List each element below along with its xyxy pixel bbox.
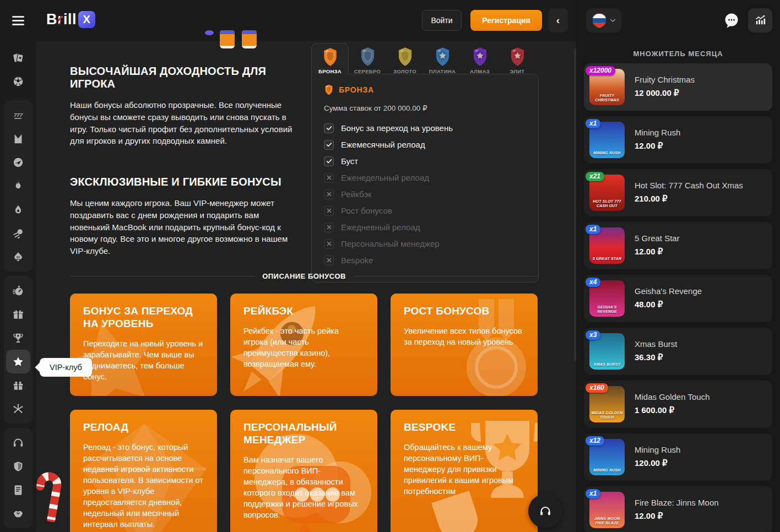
sidebar-item-casino[interactable] [6, 46, 30, 69]
bronze-badge-icon [321, 47, 339, 67]
page: Brill X Войти Регистрация ‹ ВЫСОЧАЙШАЯ Д… [0, 0, 780, 532]
sidebar-item-gifts[interactable] [6, 373, 30, 397]
game-name: Fruity Christmas [635, 75, 695, 84]
aside-title: МНОЖИТЕЛЬ МЕСЯЦА [576, 50, 780, 58]
checkbox-checked[interactable] [324, 140, 334, 150]
chat-bubble-icon[interactable] [723, 12, 740, 29]
tier-tab-platinum[interactable]: ПЛАТИНА [424, 43, 461, 74]
game-row[interactable]: x12000 FRUITY CHRISTMAS Fruity Christmas… [584, 63, 772, 111]
comet-icon [12, 227, 24, 240]
tier-tab-diamond[interactable]: АЛМАЗ [461, 43, 499, 74]
game-row[interactable]: x1 5 GREAT STAR 5 Great Star 12.00 ₽ [584, 222, 772, 269]
game-row[interactable]: x12 MINING RUSH Mining Rush 120.00 ₽ [584, 433, 772, 481]
cross-icon [326, 174, 333, 181]
login-button[interactable]: Войти [422, 10, 462, 31]
cross-icon [326, 257, 333, 264]
sidebar-item-live-casino[interactable] [6, 127, 30, 150]
sidebar-item-documents[interactable] [6, 478, 30, 502]
sidebar-item-partners[interactable] [6, 502, 30, 525]
brand-logo[interactable]: Brill X [46, 11, 95, 28]
checkbox-checked[interactable] [324, 123, 334, 133]
tier-requirement: Сумма ставок от 200 000.00 ₽ [324, 104, 526, 112]
checkbox-crossed[interactable] [324, 189, 334, 199]
sidebar-item-slots[interactable] [6, 103, 30, 127]
sidebar-item-bonuses[interactable] [6, 302, 30, 326]
game-amount: 12.00 ₽ [635, 247, 680, 257]
game-row[interactable]: x4 GEISHA'S REVENGE Geisha's Revenge 48.… [584, 275, 772, 322]
sidebar-item-other-games[interactable] [6, 397, 30, 421]
cross-icon [326, 191, 333, 198]
game-amount: 48.00 ₽ [635, 300, 702, 310]
game-amount: 210.00 ₽ [635, 194, 743, 204]
register-button[interactable]: Регистрация [470, 10, 542, 31]
gift-icon [12, 308, 24, 321]
game-row[interactable]: x1 JINNS MOON FIRE BLAZE Fire Blaze: Jin… [584, 486, 772, 532]
game-row[interactable]: x3 XMAS BURST Xmas Burst 36.30 ₽ [584, 328, 772, 375]
game-amount: 12.00 ₽ [635, 141, 680, 151]
sidebar-item-vip-club[interactable] [6, 350, 30, 373]
checkbox-crossed[interactable] [324, 173, 334, 183]
platinum-badge-icon [434, 47, 452, 67]
game-name: Fire Blaze: Jinns Moon [635, 498, 719, 507]
support-button[interactable] [528, 494, 562, 528]
sidebar-item-aviator[interactable] [6, 150, 30, 174]
sidebar-group-info [4, 428, 32, 528]
sidebar-item-drops-wins[interactable] [6, 198, 30, 221]
sidebar-item-boosted[interactable] [6, 221, 30, 245]
bonus-cards: БОНУС ЗА ПЕРЕХОД НА УРОВЕНЬ Переходите н… [70, 294, 538, 532]
feature-row: Персональный менеджер [324, 238, 526, 249]
checkbox-checked[interactable] [324, 156, 334, 166]
sidebar-group-top [4, 43, 32, 96]
multiplier-badge: x12000 [586, 66, 615, 75]
sidebar-item-tournaments[interactable] [6, 326, 30, 350]
feature-row: Ежедневный релоад [324, 221, 526, 233]
feature-row: Рейкбэк [324, 188, 526, 200]
multiplier-stats-button[interactable] [748, 8, 772, 32]
checkbox-crossed[interactable] [324, 256, 334, 265]
sidebar-group-promo [4, 276, 32, 424]
sidebar-item-sports[interactable] [6, 69, 30, 93]
vip-tiers: БРОНЗА СЕРЕБРО ЗОЛОТО ПЛАТИНА АЛМАЗ [311, 43, 539, 283]
slots-777-icon [12, 109, 24, 121]
checkbox-crossed[interactable] [324, 239, 334, 249]
bonus-card-level-up[interactable]: БОНУС ЗА ПЕРЕХОД НА УРОВЕНЬ Переходите н… [70, 294, 217, 396]
handshake-icon [12, 508, 24, 520]
game-row[interactable]: x21 HOT SLOT 777 CASH OUT Hot Slot: 777 … [584, 169, 772, 216]
checkbox-crossed[interactable] [324, 206, 334, 216]
sidebar-item-hot-games[interactable] [6, 174, 30, 198]
feature-row: Рост бонусов [324, 205, 526, 216]
game-row[interactable]: x1 MINING RUSH Mining Rush 12.00 ₽ [584, 116, 772, 164]
game-name: Mining Rush [635, 128, 680, 137]
bonus-card-reload[interactable]: РЕЛОАД Релоад - это бонус, который рассч… [70, 410, 217, 532]
tier-tab-gold[interactable]: ЗОЛОТО [386, 43, 424, 74]
bonus-card-bonus-growth[interactable]: РОСТ БОНУСОВ Увеличение всех типов бонус… [391, 294, 538, 396]
bonus-card-bespoke[interactable]: BESPOKE Обращайтесь к вашему персонально… [391, 410, 538, 532]
tier-tabs: БРОНЗА СЕРЕБРО ЗОЛОТО ПЛАТИНА АЛМАЗ [311, 43, 539, 74]
tier-tab-silver[interactable]: СЕРЕБРО [349, 43, 386, 74]
playing-cards-icon [12, 52, 24, 64]
headphones-icon [12, 437, 24, 449]
bonus-card-personal-manager[interactable]: ПЕРСОНАЛЬНЫЙ МЕНЕДЖЕР Вам назначат вашег… [230, 410, 377, 532]
multiplier-badge: x1 [586, 225, 600, 234]
games-list: x12000 FRUITY CHRISTMAS Fruity Christmas… [584, 63, 772, 532]
checkbox-crossed[interactable] [324, 222, 334, 232]
sidebar-item-support[interactable] [6, 431, 30, 454]
gold-badge-icon [396, 47, 414, 67]
game-row[interactable]: x160 MIDAS GOLDEN TOUCH Midas Golden Tou… [584, 381, 772, 428]
left-sidebar [0, 0, 36, 532]
menu-button[interactable] [0, 0, 36, 41]
sidebar-item-instant[interactable] [6, 279, 30, 302]
cross-icon [326, 207, 333, 214]
scrollbar-thumb[interactable] [574, 48, 576, 361]
drop-icon [12, 204, 24, 216]
sidebar-item-security[interactable] [6, 454, 30, 478]
language-select[interactable] [586, 8, 621, 32]
sidebar-item-blackjack[interactable] [6, 245, 30, 269]
logo-x-icon: X [78, 11, 95, 28]
silver-badge-icon [359, 47, 377, 67]
elite-badge-icon [508, 47, 527, 67]
tier-tab-elite[interactable]: ЭЛИТ [499, 43, 536, 74]
collapse-panel-button[interactable]: ‹ [548, 8, 568, 32]
tier-tab-bronze[interactable]: БРОНЗА [311, 43, 349, 74]
bonus-card-rakeback[interactable]: РЕЙКБЭК Рейкбек - это часть рейка игрока… [230, 294, 377, 396]
